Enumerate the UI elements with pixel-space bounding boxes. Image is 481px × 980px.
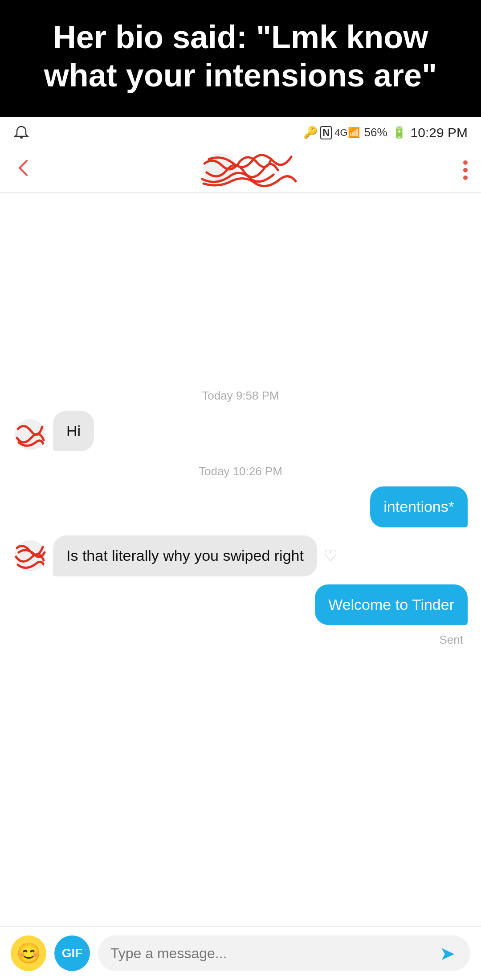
chat-spacer	[13, 206, 468, 376]
battery-icon: 🔋	[392, 126, 406, 139]
message-input[interactable]	[110, 945, 437, 962]
more-dot-1	[463, 160, 468, 165]
nfc-icon: N	[320, 126, 332, 139]
status-time: 10:29 PM	[411, 125, 468, 140]
sent-label: Sent	[13, 633, 468, 647]
send-button[interactable]: ➤	[437, 943, 458, 964]
emoji-button[interactable]: 😊	[11, 935, 46, 971]
more-menu-button[interactable]	[463, 160, 468, 180]
chat-area: Today 9:58 PM Hi Today 10:26 PM intentio…	[0, 193, 481, 714]
bottom-spacer	[13, 647, 468, 700]
status-right: 🔑 N 4G📶 56% 🔋 10:29 PM	[303, 125, 468, 140]
bubble-welcome: Welcome to Tinder	[315, 584, 468, 625]
back-button[interactable]	[13, 157, 35, 183]
message-row-hi: Hi	[13, 411, 468, 452]
message-row-welcome: Welcome to Tinder	[13, 584, 468, 625]
timestamp-1: Today 9:58 PM	[13, 389, 468, 403]
notification-icon	[13, 125, 29, 141]
sender-avatar-2	[13, 539, 47, 572]
status-left	[13, 125, 29, 141]
message-input-wrapper: ➤	[98, 935, 470, 971]
bubble-intentions: intentions*	[370, 486, 468, 527]
timestamp-2: Today 10:26 PM	[13, 465, 468, 478]
input-bar: 😊 GIF ➤	[0, 926, 481, 980]
key-icon: 🔑	[303, 126, 318, 139]
message-row-swiped: Is that literally why you swiped right ♡	[13, 535, 468, 576]
gif-button[interactable]: GIF	[54, 935, 90, 971]
nav-bar	[0, 148, 481, 193]
status-bar: 🔑 N 4G📶 56% 🔋 10:29 PM	[0, 117, 481, 148]
signal-icon: 4G📶	[334, 127, 359, 139]
bubble-hi: Hi	[53, 411, 94, 452]
svg-rect-0	[20, 137, 23, 139]
sender-avatar-1	[13, 418, 47, 451]
meme-title: Her bio said: "Lmk know what your intens…	[0, 0, 481, 117]
battery-percent: 56%	[364, 126, 387, 139]
heart-icon[interactable]: ♡	[323, 547, 338, 565]
profile-scribble	[200, 150, 298, 190]
more-dot-2	[463, 168, 468, 172]
status-icons: 🔑 N 4G📶	[303, 126, 359, 139]
profile-avatar-container[interactable]	[200, 150, 298, 190]
message-row-intentions: intentions*	[13, 486, 468, 527]
more-dot-3	[463, 176, 468, 180]
bubble-swiped: Is that literally why you swiped right	[53, 535, 317, 576]
